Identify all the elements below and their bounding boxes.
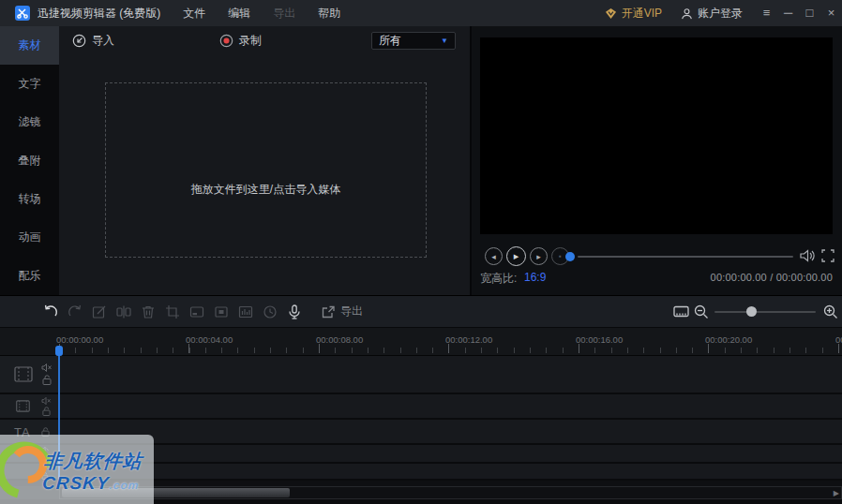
export-icon — [321, 304, 336, 319]
previous-frame-button[interactable]: ◂ — [485, 247, 503, 265]
subtitle-icon — [189, 304, 204, 319]
video-track-2[interactable] — [0, 394, 842, 420]
video-track-1[interactable] — [0, 356, 842, 394]
menu-edit[interactable]: 编辑 — [228, 6, 250, 22]
media-drop-zone[interactable]: 拖放文件到这里/点击导入媒体 — [105, 82, 427, 258]
sidebar-item-text[interactable]: 文字 — [0, 65, 59, 103]
next-frame-button[interactable]: ▸ — [530, 247, 548, 265]
aspect-ratio-label: 宽高比: — [480, 271, 517, 287]
sidebar-item-filter[interactable]: 滤镜 — [0, 103, 59, 141]
aspect-ratio-value[interactable]: 16:9 — [524, 271, 546, 284]
fit-timeline-icon[interactable] — [673, 304, 689, 319]
timeline-ruler[interactable]: 00:00:00.00 00:00:04.00 00:00:08.00 00:0… — [0, 328, 842, 356]
duration-icon — [263, 304, 278, 319]
mosaic-icon — [214, 304, 229, 319]
sidebar-item-animation[interactable]: 动画 — [0, 218, 59, 257]
audio-levels-icon — [238, 304, 253, 319]
video-preview — [480, 37, 833, 234]
record-button[interactable]: 录制 — [219, 33, 262, 49]
timeline-zoom-handle[interactable] — [746, 306, 757, 317]
ruler-label: 00:00:16.00 — [576, 334, 623, 345]
redo-icon[interactable] — [68, 304, 83, 319]
timecode-display: 00:00:00.00 / 00:00:00.00 — [711, 272, 833, 283]
menu-file[interactable]: 文件 — [183, 6, 205, 22]
sidebar-item-music[interactable]: 配乐 — [0, 257, 59, 295]
preview-panel: ◂ ▸ ▸ ▪ 宽高比: 16:9 00:00:00.00 / 00:00:00… — [472, 26, 842, 295]
ruler-label: 00:00:12.00 — [445, 334, 492, 345]
preview-info-bar: 宽高比: 16:9 00:00:00.00 / 00:00:00.00 — [472, 271, 842, 286]
zoom-out-icon[interactable] — [694, 304, 709, 319]
film-icon — [14, 366, 33, 382]
login-button[interactable]: 账户登录 — [681, 6, 743, 22]
film-icon — [16, 400, 30, 412]
watermark-text: 非凡软件站 CRSKY.com — [41, 452, 143, 492]
app-window: 迅捷视频剪辑器 (免费版) 文件 编辑 导出 帮助 开通VIP 账户登录 ≡ ─… — [0, 0, 842, 504]
seek-handle[interactable] — [565, 252, 575, 261]
volume-icon[interactable] — [800, 248, 817, 263]
edit-icon — [92, 304, 107, 319]
title-bar: 迅捷视频剪辑器 (免费版) 文件 编辑 导出 帮助 开通VIP 账户登录 ≡ ─… — [0, 0, 842, 26]
sidebar-item-media[interactable]: 素材 — [0, 26, 59, 65]
ruler-label: 00:00:08.00 — [316, 334, 363, 345]
ruler-ticks — [59, 348, 842, 353]
video-track-2-header — [0, 394, 59, 418]
import-icon — [72, 34, 86, 48]
site-watermark: 非凡软件站 CRSKY.com — [0, 435, 154, 504]
minimize-button[interactable]: ─ — [777, 0, 799, 26]
media-filter-dropdown[interactable]: 所有 ▼ — [371, 32, 456, 50]
scrollbar-right-arrow[interactable]: ▶ — [834, 489, 839, 498]
mute-speaker-icon[interactable] — [41, 363, 53, 373]
media-filter-value: 所有 — [379, 33, 401, 49]
media-panel: 导入 录制 所有 ▼ 拖放文件到这里/点击导入媒体 — [59, 26, 472, 295]
lock-icon[interactable] — [42, 375, 52, 385]
sidebar: 素材 文字 滤镜 叠附 转场 动画 配乐 — [0, 26, 59, 295]
timeline-zoom-slider[interactable] — [714, 311, 816, 313]
user-icon — [681, 7, 693, 20]
sidebar-item-transition[interactable]: 转场 — [0, 180, 59, 218]
sidebar-item-overlay[interactable]: 叠附 — [0, 141, 59, 180]
zoom-in-icon[interactable] — [823, 304, 838, 319]
video-track-1-header — [0, 356, 59, 393]
lock-icon[interactable] — [42, 407, 51, 416]
record-icon — [219, 34, 233, 48]
ruler-label: 00:00:04.00 — [186, 334, 233, 345]
ruler-label: 00:00:20.00 — [705, 334, 752, 345]
window-menu-button[interactable]: ≡ — [756, 0, 777, 26]
app-logo-icon — [15, 6, 30, 21]
fullscreen-icon[interactable] — [821, 249, 834, 262]
voiceover-mic-icon[interactable] — [287, 304, 302, 319]
split-icon — [116, 304, 131, 319]
vip-badge-icon — [605, 7, 617, 20]
export-button[interactable]: 导出 — [321, 304, 363, 319]
horizontal-scrollbar[interactable]: ▶ — [59, 486, 842, 499]
close-button[interactable]: × — [820, 0, 842, 26]
maximize-button[interactable]: □ — [799, 0, 820, 26]
playhead-handle[interactable] — [55, 346, 63, 356]
drop-zone-hint: 拖放文件到这里/点击导入媒体 — [106, 182, 426, 198]
import-button[interactable]: 导入 — [72, 33, 114, 49]
menu-help[interactable]: 帮助 — [318, 6, 340, 22]
undo-icon[interactable] — [43, 304, 58, 319]
playback-controls: ◂ ▸ ▸ ▪ — [472, 245, 842, 268]
ruler-label: 00:00:00.00 — [56, 334, 103, 345]
chevron-down-icon: ▼ — [441, 37, 448, 45]
play-button[interactable]: ▸ — [506, 246, 526, 266]
app-title: 迅捷视频剪辑器 (免费版) — [38, 6, 160, 22]
seek-bar[interactable] — [578, 256, 793, 258]
menu-export: 导出 — [273, 6, 295, 22]
media-panel-header: 导入 录制 所有 ▼ — [59, 26, 470, 54]
crop-icon — [165, 304, 180, 319]
delete-icon — [141, 304, 156, 319]
vip-button[interactable]: 开通VIP — [605, 6, 662, 22]
mute-speaker-icon[interactable] — [41, 396, 52, 406]
edit-toolbar: 导出 — [0, 295, 842, 328]
